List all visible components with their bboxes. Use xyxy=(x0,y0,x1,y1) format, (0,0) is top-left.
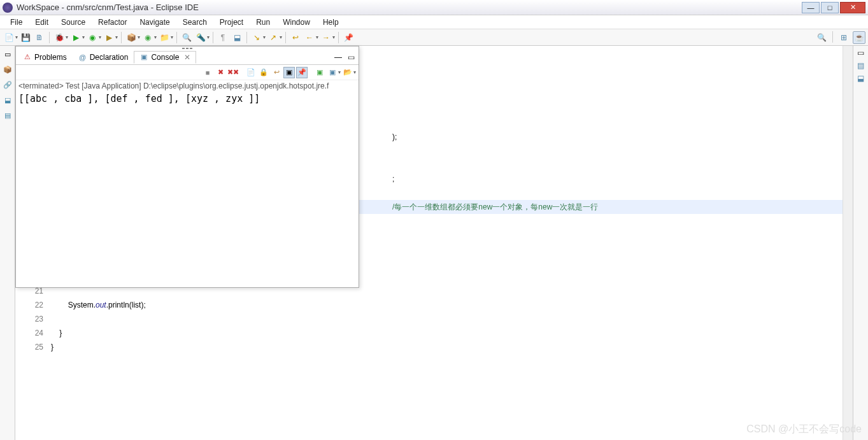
eclipse-icon xyxy=(3,3,13,13)
newfolder-drop[interactable]: ▾ xyxy=(171,34,173,40)
pkg-explorer-icon[interactable]: 📦 xyxy=(2,64,13,75)
debug-drop[interactable]: ▾ xyxy=(66,34,68,40)
open-console-button[interactable]: ▣ xyxy=(314,67,325,78)
annotate-button[interactable]: ¶ xyxy=(217,31,229,44)
new-button[interactable]: 📄 xyxy=(3,31,15,44)
newpkg-button[interactable]: 📦 xyxy=(125,31,138,44)
fwd-button[interactable]: → xyxy=(320,31,332,44)
coverage-button[interactable]: ◉ xyxy=(86,31,99,44)
back-button[interactable]: ← xyxy=(303,31,316,44)
clear-button[interactable]: 📄 xyxy=(245,67,257,78)
runext-button[interactable]: ▶ xyxy=(103,31,115,44)
menu-refactor[interactable]: Refactor xyxy=(92,17,133,28)
right-trim-stack: ▭ ▤ ⬓ xyxy=(853,46,868,440)
console-output[interactable]: [[abc , cba ], [def , fed ], [xyz , zyx … xyxy=(16,92,359,287)
scroll-lock-button[interactable]: 🔒 xyxy=(258,67,269,78)
next-ann-button[interactable]: ↘ xyxy=(250,31,263,44)
search-button[interactable]: 🔦 xyxy=(194,31,207,44)
opentype-button[interactable]: 🔍 xyxy=(180,31,193,44)
debug-button[interactable]: 🐞 xyxy=(53,31,66,44)
type-hier-icon[interactable]: 🔗 xyxy=(2,79,13,90)
menu-help[interactable]: Help xyxy=(317,17,345,28)
show-console-button[interactable]: ▣ xyxy=(283,67,295,78)
editor-scrollbar[interactable] xyxy=(843,46,853,440)
declaration-icon: @ xyxy=(78,53,87,62)
menu-project[interactable]: Project xyxy=(213,17,250,28)
console-icon: ▣ xyxy=(139,53,148,62)
last-edit-button[interactable]: ↩ xyxy=(289,31,302,44)
quick-access[interactable]: 🔍 xyxy=(815,31,828,44)
new-drop[interactable]: ▾ xyxy=(15,34,18,40)
toggle-button[interactable]: ⬓ xyxy=(231,31,243,44)
newclass-button[interactable]: ◉ xyxy=(141,31,154,44)
menu-navigate[interactable]: Navigate xyxy=(133,17,176,28)
menu-run[interactable]: Run xyxy=(250,17,276,28)
tasklist-icon[interactable]: ▤ xyxy=(857,61,864,70)
outline-icon[interactable]: ▤ xyxy=(2,110,13,121)
coverage-drop[interactable]: ▾ xyxy=(99,34,101,40)
tab-declaration[interactable]: @Declaration xyxy=(73,51,134,64)
fav-icon[interactable]: ⬓ xyxy=(2,94,13,106)
new-console-button[interactable]: 📂 xyxy=(342,67,353,78)
main-toolbar: 📄▾ 💾 🗎 🐞▾ ▶▾ ◉▾ ▶▾ 📦▾ ◉▾ 📁▾ 🔍 🔦▾ ¶ ⬓ ↘▾ … xyxy=(0,29,868,46)
word-wrap-button[interactable]: ↩ xyxy=(271,67,282,78)
remove-launch-button[interactable]: ✖ xyxy=(215,67,226,78)
menu-source[interactable]: Source xyxy=(55,17,92,28)
prev-ann-button[interactable]: ↗ xyxy=(267,31,280,44)
menu-edit[interactable]: Edit xyxy=(29,17,55,28)
console-launch-label: <terminated> Test [Java Application] D:\… xyxy=(16,80,359,92)
menu-file[interactable]: File xyxy=(4,17,29,28)
newfolder-button[interactable]: 📁 xyxy=(158,31,171,44)
run-button[interactable]: ▶ xyxy=(69,31,82,44)
menu-window[interactable]: Window xyxy=(276,17,317,28)
left-trim-stack: ▭ 📦 🔗 ⬓ ▤ xyxy=(0,46,15,440)
run-drop[interactable]: ▾ xyxy=(82,34,85,40)
pin-console-button[interactable]: 📌 xyxy=(296,67,308,78)
pin-button[interactable]: 📌 xyxy=(342,31,355,44)
saveall-button[interactable]: 🗎 xyxy=(33,31,46,44)
terminate-button[interactable]: ■ xyxy=(202,67,213,78)
restore-right-icon[interactable]: ▭ xyxy=(857,48,864,57)
problems-icon: ⚠ xyxy=(23,53,32,62)
console-view: ⚠Problems @Declaration ▣Console✕ — ▭ ■ ✖… xyxy=(15,46,359,288)
java-perspective[interactable]: ☕ xyxy=(853,31,865,44)
window-title: WorkSpace - cnm/src/cnm/Test.java - Ecli… xyxy=(17,3,800,12)
tab-problems[interactable]: ⚠Problems xyxy=(17,51,73,64)
remove-all-button[interactable]: ✖✖ xyxy=(227,67,239,78)
newclass-drop[interactable]: ▾ xyxy=(154,34,157,40)
minimize-button[interactable]: — xyxy=(802,2,820,13)
display-console-button[interactable]: ▣ xyxy=(327,67,338,78)
view-min-icon[interactable]: — xyxy=(332,51,345,64)
tab-console[interactable]: ▣Console✕ xyxy=(134,51,196,64)
outline-right-icon[interactable]: ⬓ xyxy=(857,74,864,83)
view-max-icon[interactable]: ▭ xyxy=(345,51,357,64)
search-drop[interactable]: ▾ xyxy=(207,34,210,40)
close-button[interactable]: ✕ xyxy=(840,2,865,13)
maximize-button[interactable]: □ xyxy=(821,2,839,13)
newpkg-drop[interactable]: ▾ xyxy=(138,34,140,40)
menubar: File Edit Source Refactor Navigate Searc… xyxy=(0,15,868,29)
runext-drop[interactable]: ▾ xyxy=(115,34,118,40)
close-tab-icon[interactable]: ✕ xyxy=(184,53,190,62)
window-titlebar: WorkSpace - cnm/src/cnm/Test.java - Ecli… xyxy=(0,0,868,15)
save-button[interactable]: 💾 xyxy=(19,31,32,44)
open-perspective[interactable]: ⊞ xyxy=(837,31,850,44)
menu-search[interactable]: Search xyxy=(176,17,213,28)
restore-icon[interactable]: ▭ xyxy=(2,48,13,60)
